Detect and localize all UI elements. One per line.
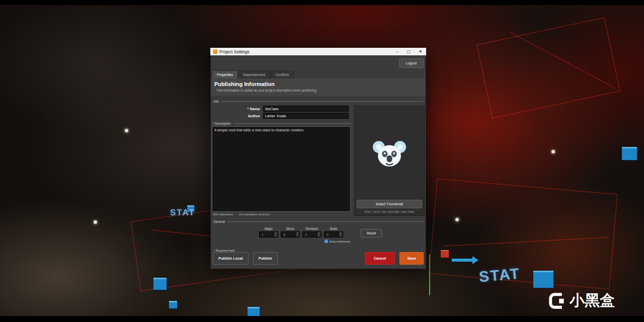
author-field-row: Author — [212, 113, 351, 119]
letterbox-bottom — [0, 316, 644, 322]
app-icon — [213, 49, 217, 54]
blue-cube — [248, 307, 260, 317]
select-thumbnail-button[interactable]: Select Thumbnail — [357, 200, 422, 208]
revision-spinner[interactable]: 0 ▴ ▾ — [302, 231, 321, 237]
char-count: 250 characters — [213, 213, 233, 216]
blue-cube — [153, 278, 167, 290]
major-value[interactable]: 1 — [260, 232, 273, 237]
version-revision-group: Revision 0 ▴ ▾ — [302, 227, 321, 237]
revision-value[interactable]: 0 — [303, 232, 316, 237]
project-settings-dialog: Project Settings – ▢ ✕ Logout Properties… — [210, 48, 426, 267]
stat-label: STAT — [478, 265, 521, 285]
logout-button[interactable]: Logout — [399, 58, 424, 68]
thumbnail-requirements: PNG | 16:9 | Min 512x288 | Max 8Mb — [365, 210, 414, 213]
build-label: Build — [330, 227, 337, 230]
general-section-label: General — [213, 220, 225, 223]
light-icon — [551, 150, 555, 153]
version-major-group: Major 1 ▴ ▾ — [259, 227, 278, 237]
build-value[interactable]: 0 — [325, 232, 338, 237]
auto-increment-label: Auto-increment — [330, 240, 350, 243]
tab-dependencies[interactable]: Dependencies — [238, 70, 271, 78]
light-icon — [125, 129, 128, 132]
revision-spin-buttons: ▴ ▾ — [316, 232, 321, 237]
section-divider — [221, 101, 423, 102]
auto-increment-checkbox[interactable]: ✓ — [325, 239, 328, 243]
fields-column: * Name Author * Description A simple mod… — [212, 106, 351, 216]
blue-gizmo-arrow — [452, 259, 473, 262]
general-section-header: General — [213, 220, 423, 223]
dialog-body: Logout Properties Dependencies Conflicts… — [210, 55, 426, 269]
section-divider — [227, 221, 423, 222]
dialog-title: Project Settings — [219, 49, 390, 54]
tab-properties[interactable]: Properties — [212, 70, 238, 78]
spin-down-icon[interactable]: ▾ — [317, 234, 321, 237]
major-label: Major — [265, 227, 273, 230]
name-input[interactable] — [263, 106, 349, 112]
revision-label: Revision — [306, 227, 318, 230]
major-spin-buttons: ▴ ▾ — [273, 232, 278, 237]
minor-spin-buttons: ▴ ▾ — [295, 232, 299, 237]
section-divider — [233, 123, 351, 124]
reset-button[interactable]: Reset — [361, 229, 382, 237]
stat-label: STAT — [170, 208, 195, 218]
spin-down-icon[interactable]: ▾ — [339, 234, 343, 237]
description-header: * Description — [212, 122, 351, 125]
minor-label: Minor — [286, 227, 294, 230]
blue-cube — [622, 147, 637, 160]
minor-value[interactable]: 0 — [281, 232, 295, 237]
version-build-group: Build 0 ▴ ▾ — [324, 227, 343, 237]
spin-down-icon[interactable]: ▾ — [295, 234, 299, 237]
green-axis-line — [429, 254, 430, 295]
info-section-header: Info — [213, 100, 423, 103]
character-count-row: 250 characters 10 characters minimum — [212, 213, 351, 216]
build-spin-buttons: ▴ ▾ — [338, 232, 343, 237]
red-wireframe — [429, 179, 617, 290]
light-icon — [94, 220, 97, 224]
publish-local-button[interactable]: Publish Local — [213, 252, 249, 265]
tab-bar: Properties Dependencies Conflicts — [212, 70, 426, 78]
publishing-header: Publishing Information This information … — [211, 78, 426, 96]
logout-row: Logout — [211, 55, 426, 68]
watermark-text: 小黑盒 — [570, 290, 615, 311]
name-field-row: * Name — [212, 106, 351, 112]
letterbox-top — [0, 0, 644, 5]
tab-conflicts[interactable]: Conflicts — [271, 70, 294, 78]
name-label: * Name — [212, 107, 263, 111]
author-input[interactable] — [263, 113, 349, 119]
minor-spinner[interactable]: 0 ▴ ▾ — [281, 231, 300, 237]
dialog-titlebar[interactable]: Project Settings – ▢ ✕ — [210, 48, 426, 55]
description-textarea[interactable]: A simple mod that adds a new class to ch… — [212, 126, 351, 212]
xiaoheihe-logo-icon — [548, 292, 566, 309]
screenshot-stage: STAT STAT 小黑盒 Project Settings – ▢ ✕ Log… — [0, 0, 644, 322]
dialog-footer: Publish Local Publish Cancel Save — [211, 252, 426, 269]
page-subtitle: This information is visible as your proj… — [216, 89, 422, 92]
build-spinner[interactable]: 0 ▴ ▾ — [324, 231, 343, 237]
author-label: Author — [212, 114, 263, 118]
blue-cube — [169, 301, 177, 308]
thumbnail-panel: Select Thumbnail PNG | 16:9 | Min 512x28… — [354, 106, 425, 216]
spin-down-icon[interactable]: ▾ — [274, 234, 278, 237]
info-section-label: Info — [213, 100, 219, 103]
page-title: Publishing Information — [214, 81, 422, 87]
koala-icon — [373, 137, 406, 171]
publish-button[interactable]: Publish — [253, 252, 278, 265]
version-minor-group: Minor 0 ▴ ▾ — [281, 227, 300, 237]
cancel-button[interactable]: Cancel — [365, 252, 395, 265]
description-label: * Description — [212, 122, 231, 125]
publishing-content: * Name Author * Description A simple mod… — [211, 105, 426, 216]
watermark: 小黑盒 — [548, 290, 615, 311]
version-controls: Major 1 ▴ ▾ Minor 0 ▴ — [259, 227, 426, 237]
red-wireframe — [476, 18, 620, 119]
major-spinner[interactable]: 1 ▴ ▾ — [259, 231, 278, 237]
red-gizmo-cube — [441, 250, 449, 258]
char-minimum: 10 characters minimum — [239, 213, 270, 216]
auto-increment-row: ✓ Auto-increment — [325, 239, 426, 243]
maximize-button[interactable]: ▢ — [404, 48, 414, 55]
save-button[interactable]: Save — [399, 252, 424, 265]
blue-cube — [533, 271, 553, 288]
light-icon — [455, 218, 459, 221]
minimize-button[interactable]: – — [392, 48, 402, 55]
close-button[interactable]: ✕ — [416, 48, 425, 55]
thumbnail-preview — [373, 108, 406, 200]
